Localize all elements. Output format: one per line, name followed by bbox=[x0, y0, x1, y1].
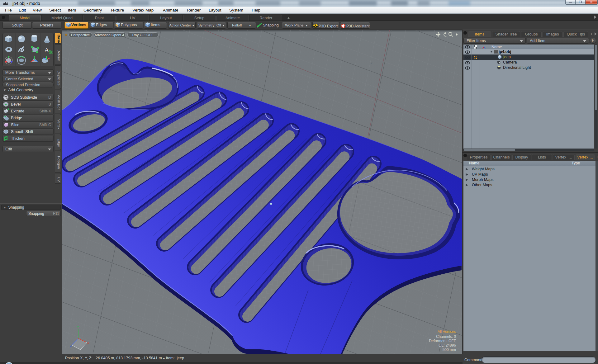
svg-text:&: & bbox=[49, 49, 53, 55]
svg-text:Y: Y bbox=[77, 326, 79, 329]
svg-text:Z: Z bbox=[70, 344, 72, 347]
svg-text:X: X bbox=[87, 341, 89, 344]
